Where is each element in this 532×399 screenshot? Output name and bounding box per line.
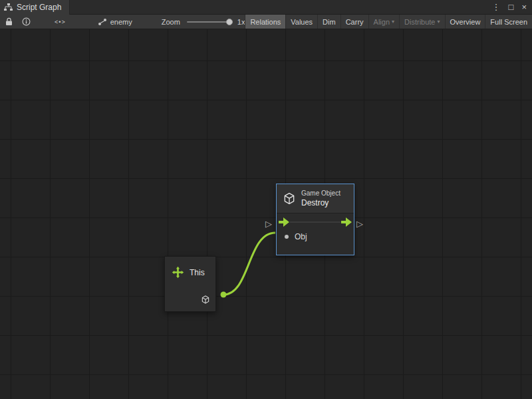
relations-button-label: Relations (250, 18, 281, 26)
zoom-label: Zoom (162, 18, 180, 26)
graph-canvas[interactable]: ▷ ▷ This (0, 29, 532, 399)
graph-name: enemy (110, 18, 132, 26)
node-destroy-name: Destroy (301, 198, 340, 208)
node-destroy-category: Game Object (301, 190, 340, 198)
dim-button-label: Dim (323, 18, 336, 26)
node-destroy-titles: Game Object Destroy (301, 190, 340, 208)
move-arrows-icon (171, 265, 185, 279)
align-dropdown[interactable]: Align ▾ (368, 15, 399, 29)
zoom-value: 1x (237, 18, 245, 26)
close-icon[interactable]: × (521, 0, 527, 15)
titlebar: Script Graph ⋮ □ × (0, 0, 532, 15)
zoom-slider-knob[interactable] (226, 19, 233, 25)
game-object-output-port-cube-icon[interactable] (201, 295, 210, 305)
carry-button-label: Carry (346, 18, 364, 26)
graph-toolbar: <•> enemy Zoom 1x Relations Values (0, 15, 532, 29)
control-output-port-triangle[interactable]: ▷ (356, 219, 363, 229)
dim-button[interactable]: Dim (317, 15, 340, 29)
toolbar-buttons: Relations Values Dim Carry Align ▾ Distr… (245, 15, 532, 29)
overview-button-label: Overview (450, 18, 481, 26)
node-destroy-header: Game Object Destroy (277, 184, 354, 213)
game-object-cube-icon (283, 192, 296, 205)
chevron-down-icon: ▾ (392, 19, 394, 25)
tab-script-graph[interactable]: Script Graph (0, 0, 70, 15)
node-destroy[interactable]: Game Object Destroy Obj (276, 184, 354, 255)
obj-input-label: Obj (295, 232, 307, 241)
control-flow-arrows (277, 213, 354, 231)
carry-button[interactable]: Carry (340, 15, 368, 29)
window-controls: ⋮ □ × (492, 0, 532, 15)
node-this-label: This (190, 268, 205, 277)
maximize-icon[interactable]: □ (509, 0, 514, 15)
relations-button[interactable]: Relations (245, 15, 285, 29)
obj-input-port-dot[interactable] (285, 235, 289, 239)
lock-icon[interactable] (5, 17, 13, 26)
align-dropdown-label: Align (374, 18, 390, 26)
zoom-slider[interactable] (187, 21, 231, 23)
node-this-header: This (165, 257, 215, 279)
info-icon[interactable] (22, 17, 31, 26)
fullscreen-button-label: Full Screen (490, 18, 527, 26)
node-this[interactable]: This (164, 256, 216, 312)
chevron-down-icon: ▾ (438, 19, 440, 25)
obj-input-row[interactable]: Obj (277, 231, 354, 241)
overview-button[interactable]: Overview (445, 15, 485, 29)
distribute-dropdown[interactable]: Distribute ▾ (399, 15, 444, 29)
tab-title: Script Graph (17, 3, 61, 12)
code-preview-icon[interactable]: <•> (55, 19, 66, 25)
distribute-dropdown-label: Distribute (404, 18, 435, 26)
control-flow-row (277, 213, 354, 231)
breadcrumb[interactable]: enemy (98, 18, 132, 26)
graph-tab-icon (4, 3, 13, 11)
script-graph-window: Script Graph ⋮ □ × <•> (0, 0, 532, 399)
fullscreen-button[interactable]: Full Screen (485, 15, 532, 29)
script-graph-asset-icon (98, 18, 107, 26)
connection-wire (0, 29, 532, 399)
values-button-label: Values (291, 18, 313, 26)
control-input-port-triangle[interactable]: ▷ (265, 219, 272, 229)
window-menu-icon[interactable]: ⋮ (492, 0, 501, 15)
values-button[interactable]: Values (285, 15, 317, 29)
